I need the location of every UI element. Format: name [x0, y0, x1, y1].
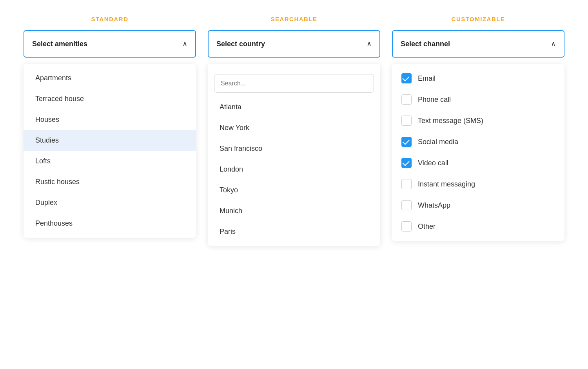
dropdown-panel-searchable: AtlantaNew YorkSan franciscoLondonTokyoM… — [208, 64, 380, 246]
search-result-item[interactable]: New York — [208, 118, 377, 138]
dropdown-trigger-standard[interactable]: Select amenities∧ — [24, 30, 196, 58]
checkbox-item[interactable]: WhatsApp — [392, 195, 564, 216]
search-result-item[interactable]: Paris — [208, 221, 377, 242]
list-item[interactable]: Houses — [24, 109, 196, 130]
search-result-item[interactable]: Munich — [208, 201, 377, 221]
search-result-item[interactable]: London — [208, 159, 377, 180]
chevron-up-icon-searchable: ∧ — [367, 40, 372, 48]
list-item[interactable]: Studies — [24, 130, 196, 151]
column-customizable: CUSTOMIZABLESelect channel∧EmailPhone ca… — [392, 16, 564, 246]
dropdown-trigger-label-customizable: Select channel — [401, 40, 450, 48]
checkbox-item[interactable]: Instant messaging — [392, 174, 564, 195]
checkbox-box — [401, 116, 412, 126]
column-standard: STANDARDSelect amenities∧ApartmentsTerra… — [24, 16, 196, 246]
dropdown-trigger-label-standard: Select amenities — [32, 40, 87, 48]
checkbox-label: Other — [418, 222, 436, 231]
checkbox-box — [401, 200, 412, 210]
column-title-searchable: SEARCHABLE — [270, 16, 317, 22]
checkbox-label: Text message (SMS) — [418, 117, 483, 125]
search-result-item[interactable]: Atlanta — [208, 97, 377, 118]
checkbox-item[interactable]: Video call — [392, 152, 564, 174]
checkbox-box — [401, 137, 412, 147]
checkbox-label: Email — [418, 74, 436, 83]
column-title-customizable: CUSTOMIZABLE — [452, 16, 505, 22]
list-item[interactable]: Terraced house — [24, 89, 196, 109]
list-item[interactable]: Penthouses — [24, 213, 196, 234]
checkbox-box — [401, 73, 412, 83]
checkbox-label: Video call — [418, 159, 448, 167]
search-result-item[interactable]: San francisco — [208, 138, 377, 159]
column-searchable: SEARCHABLESelect country∧AtlantaNew York… — [208, 16, 380, 246]
checkbox-label: Phone call — [418, 96, 451, 104]
checkbox-item[interactable]: Social media — [392, 131, 564, 152]
dropdown-trigger-label-searchable: Select country — [216, 40, 265, 48]
checkbox-box — [401, 179, 412, 189]
checkbox-label: Instant messaging — [418, 180, 475, 188]
dropdown-panel-standard: ApartmentsTerraced houseHousesStudiesLof… — [24, 64, 196, 238]
list-item[interactable]: Apartments — [24, 68, 196, 89]
dropdown-panel-customizable: EmailPhone callText message (SMS)Social … — [392, 64, 564, 241]
checkbox-box — [401, 158, 412, 168]
checkbox-label: WhatsApp — [418, 201, 450, 210]
search-result-item[interactable]: Tokyo — [208, 180, 377, 201]
dropdown-trigger-customizable[interactable]: Select channel∧ — [392, 30, 564, 58]
search-input[interactable] — [214, 74, 374, 93]
chevron-up-icon-standard: ∧ — [182, 40, 187, 48]
list-item[interactable]: Lofts — [24, 151, 196, 172]
main-columns: STANDARDSelect amenities∧ApartmentsTerra… — [24, 16, 564, 246]
column-title-standard: STANDARD — [91, 16, 128, 22]
checkbox-box — [401, 221, 412, 232]
list-item[interactable]: Rustic houses — [24, 172, 196, 192]
list-item[interactable]: Duplex — [24, 192, 196, 213]
checkbox-item[interactable]: Other — [392, 216, 564, 237]
searchable-list: AtlantaNew YorkSan franciscoLondonTokyoM… — [208, 97, 380, 242]
checkbox-item[interactable]: Text message (SMS) — [392, 110, 564, 131]
checkbox-label: Social media — [418, 138, 458, 146]
checkbox-item[interactable]: Phone call — [392, 89, 564, 110]
dropdown-trigger-searchable[interactable]: Select country∧ — [208, 30, 380, 58]
chevron-up-icon-customizable: ∧ — [551, 40, 556, 48]
checkbox-box — [401, 94, 412, 105]
checkbox-item[interactable]: Email — [392, 68, 564, 89]
